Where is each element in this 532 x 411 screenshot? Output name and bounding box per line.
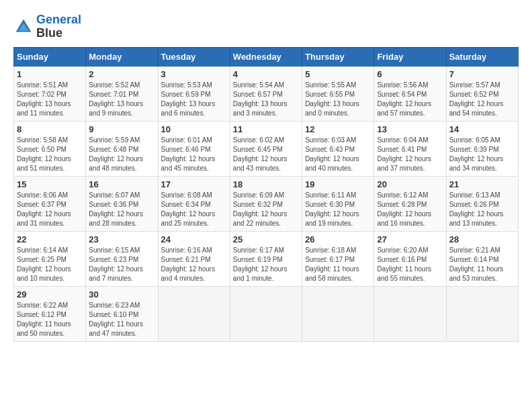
- day-number: 9: [89, 124, 154, 134]
- day-number: 28: [449, 234, 515, 244]
- calendar-cell: 22Sunrise: 6:14 AM Sunset: 6:25 PM Dayli…: [14, 231, 86, 286]
- calendar-week-row: 1Sunrise: 5:51 AM Sunset: 7:02 PM Daylig…: [14, 66, 519, 121]
- weekday-header-saturday: Saturday: [446, 47, 518, 66]
- day-number: 8: [17, 124, 83, 134]
- day-info: Sunrise: 6:22 AM Sunset: 6:12 PM Dayligh…: [17, 301, 83, 338]
- calendar-cell: [374, 286, 446, 341]
- day-info: Sunrise: 5:52 AM Sunset: 7:01 PM Dayligh…: [89, 81, 154, 118]
- day-number: 19: [305, 179, 371, 189]
- day-info: Sunrise: 6:06 AM Sunset: 6:37 PM Dayligh…: [17, 191, 83, 228]
- calendar-cell: 23Sunrise: 6:15 AM Sunset: 6:23 PM Dayli…: [86, 231, 158, 286]
- day-info: Sunrise: 5:59 AM Sunset: 6:48 PM Dayligh…: [89, 136, 154, 173]
- day-number: 7: [449, 69, 515, 79]
- day-info: Sunrise: 6:08 AM Sunset: 6:34 PM Dayligh…: [161, 191, 227, 228]
- day-number: 10: [161, 124, 227, 134]
- day-number: 29: [17, 289, 83, 300]
- day-info: Sunrise: 5:55 AM Sunset: 6:55 PM Dayligh…: [305, 81, 371, 118]
- day-info: Sunrise: 5:58 AM Sunset: 6:50 PM Dayligh…: [17, 136, 83, 173]
- calendar-cell: 29Sunrise: 6:22 AM Sunset: 6:12 PM Dayli…: [14, 286, 86, 341]
- day-number: 17: [161, 179, 227, 189]
- day-info: Sunrise: 6:17 AM Sunset: 6:19 PM Dayligh…: [233, 246, 299, 283]
- day-info: Sunrise: 5:56 AM Sunset: 6:54 PM Dayligh…: [377, 81, 443, 118]
- calendar-cell: 8Sunrise: 5:58 AM Sunset: 6:50 PM Daylig…: [14, 121, 86, 176]
- day-number: 21: [449, 179, 515, 189]
- day-info: Sunrise: 6:12 AM Sunset: 6:28 PM Dayligh…: [377, 191, 443, 228]
- day-number: 24: [161, 234, 227, 244]
- day-info: Sunrise: 6:09 AM Sunset: 6:32 PM Dayligh…: [233, 191, 299, 228]
- day-number: 15: [17, 179, 83, 189]
- calendar-cell: 28Sunrise: 6:21 AM Sunset: 6:14 PM Dayli…: [446, 231, 518, 286]
- calendar-week-row: 29Sunrise: 6:22 AM Sunset: 6:12 PM Dayli…: [14, 286, 519, 341]
- day-info: Sunrise: 6:11 AM Sunset: 6:30 PM Dayligh…: [305, 191, 371, 228]
- calendar-table: SundayMondayTuesdayWednesdayThursdayFrid…: [13, 47, 519, 342]
- day-info: Sunrise: 6:16 AM Sunset: 6:21 PM Dayligh…: [161, 246, 227, 283]
- day-number: 5: [305, 69, 371, 79]
- calendar-cell: 14Sunrise: 6:05 AM Sunset: 6:39 PM Dayli…: [446, 121, 518, 176]
- calendar-header: SundayMondayTuesdayWednesdayThursdayFrid…: [14, 47, 519, 66]
- day-info: Sunrise: 6:02 AM Sunset: 6:45 PM Dayligh…: [233, 136, 299, 173]
- day-number: 4: [233, 69, 299, 79]
- day-number: 2: [89, 69, 154, 79]
- weekday-header-thursday: Thursday: [302, 47, 374, 66]
- day-number: 23: [89, 234, 154, 244]
- calendar-cell: 20Sunrise: 6:12 AM Sunset: 6:28 PM Dayli…: [374, 176, 446, 231]
- calendar-cell: [158, 286, 230, 341]
- weekday-header-sunday: Sunday: [14, 47, 86, 66]
- calendar-cell: 1Sunrise: 5:51 AM Sunset: 7:02 PM Daylig…: [14, 66, 86, 121]
- calendar-cell: 2Sunrise: 5:52 AM Sunset: 7:01 PM Daylig…: [86, 66, 158, 121]
- calendar-cell: 6Sunrise: 5:56 AM Sunset: 6:54 PM Daylig…: [374, 66, 446, 121]
- calendar-cell: 13Sunrise: 6:04 AM Sunset: 6:41 PM Dayli…: [374, 121, 446, 176]
- day-number: 26: [305, 234, 371, 244]
- calendar-cell: 3Sunrise: 5:53 AM Sunset: 6:59 PM Daylig…: [158, 66, 230, 121]
- calendar-week-row: 22Sunrise: 6:14 AM Sunset: 6:25 PM Dayli…: [14, 231, 519, 286]
- calendar-cell: 12Sunrise: 6:03 AM Sunset: 6:43 PM Dayli…: [302, 121, 374, 176]
- calendar-cell: [230, 286, 302, 341]
- day-info: Sunrise: 6:20 AM Sunset: 6:16 PM Dayligh…: [377, 246, 443, 283]
- day-info: Sunrise: 6:04 AM Sunset: 6:41 PM Dayligh…: [377, 136, 443, 173]
- day-info: Sunrise: 6:23 AM Sunset: 6:10 PM Dayligh…: [89, 301, 154, 338]
- calendar-cell: 16Sunrise: 6:07 AM Sunset: 6:36 PM Dayli…: [86, 176, 158, 231]
- day-info: Sunrise: 6:05 AM Sunset: 6:39 PM Dayligh…: [449, 136, 515, 173]
- day-info: Sunrise: 6:15 AM Sunset: 6:23 PM Dayligh…: [89, 246, 154, 283]
- calendar-cell: 5Sunrise: 5:55 AM Sunset: 6:55 PM Daylig…: [302, 66, 374, 121]
- day-info: Sunrise: 6:18 AM Sunset: 6:17 PM Dayligh…: [305, 246, 371, 283]
- calendar-cell: 11Sunrise: 6:02 AM Sunset: 6:45 PM Dayli…: [230, 121, 302, 176]
- calendar-cell: 26Sunrise: 6:18 AM Sunset: 6:17 PM Dayli…: [302, 231, 374, 286]
- day-number: 18: [233, 179, 299, 189]
- calendar-cell: 27Sunrise: 6:20 AM Sunset: 6:16 PM Dayli…: [374, 231, 446, 286]
- day-info: Sunrise: 5:53 AM Sunset: 6:59 PM Dayligh…: [161, 81, 227, 118]
- calendar-cell: 18Sunrise: 6:09 AM Sunset: 6:32 PM Dayli…: [230, 176, 302, 231]
- day-info: Sunrise: 6:03 AM Sunset: 6:43 PM Dayligh…: [305, 136, 371, 173]
- calendar-cell: 4Sunrise: 5:54 AM Sunset: 6:57 PM Daylig…: [230, 66, 302, 121]
- calendar-cell: 19Sunrise: 6:11 AM Sunset: 6:30 PM Dayli…: [302, 176, 374, 231]
- calendar-body: 1Sunrise: 5:51 AM Sunset: 7:02 PM Daylig…: [14, 66, 519, 341]
- weekday-header-monday: Monday: [86, 47, 158, 66]
- day-number: 1: [17, 69, 83, 79]
- calendar-cell: [302, 286, 374, 341]
- day-info: Sunrise: 5:51 AM Sunset: 7:02 PM Dayligh…: [17, 81, 83, 118]
- calendar-cell: 17Sunrise: 6:08 AM Sunset: 6:34 PM Dayli…: [158, 176, 230, 231]
- weekday-header-friday: Friday: [374, 47, 446, 66]
- logo-icon: [13, 17, 34, 37]
- calendar-cell: 10Sunrise: 6:01 AM Sunset: 6:46 PM Dayli…: [158, 121, 230, 176]
- weekday-header-row: SundayMondayTuesdayWednesdayThursdayFrid…: [14, 47, 519, 66]
- day-number: 27: [377, 234, 443, 244]
- day-number: 16: [89, 179, 154, 189]
- calendar-cell: 21Sunrise: 6:13 AM Sunset: 6:26 PM Dayli…: [446, 176, 518, 231]
- weekday-header-tuesday: Tuesday: [158, 47, 230, 66]
- logo-text: General Blue: [36, 13, 81, 40]
- calendar-cell: 30Sunrise: 6:23 AM Sunset: 6:10 PM Dayli…: [86, 286, 158, 341]
- calendar-week-row: 8Sunrise: 5:58 AM Sunset: 6:50 PM Daylig…: [14, 121, 519, 176]
- day-number: 12: [305, 124, 371, 134]
- day-number: 6: [377, 69, 443, 79]
- day-number: 22: [17, 234, 83, 244]
- day-info: Sunrise: 6:07 AM Sunset: 6:36 PM Dayligh…: [89, 191, 154, 228]
- day-number: 13: [377, 124, 443, 134]
- day-info: Sunrise: 5:54 AM Sunset: 6:57 PM Dayligh…: [233, 81, 299, 118]
- day-number: 25: [233, 234, 299, 244]
- day-number: 30: [89, 289, 154, 300]
- calendar-week-row: 15Sunrise: 6:06 AM Sunset: 6:37 PM Dayli…: [14, 176, 519, 231]
- day-info: Sunrise: 6:13 AM Sunset: 6:26 PM Dayligh…: [449, 191, 515, 228]
- day-info: Sunrise: 6:01 AM Sunset: 6:46 PM Dayligh…: [161, 136, 227, 173]
- calendar-cell: 7Sunrise: 5:57 AM Sunset: 6:52 PM Daylig…: [446, 66, 518, 121]
